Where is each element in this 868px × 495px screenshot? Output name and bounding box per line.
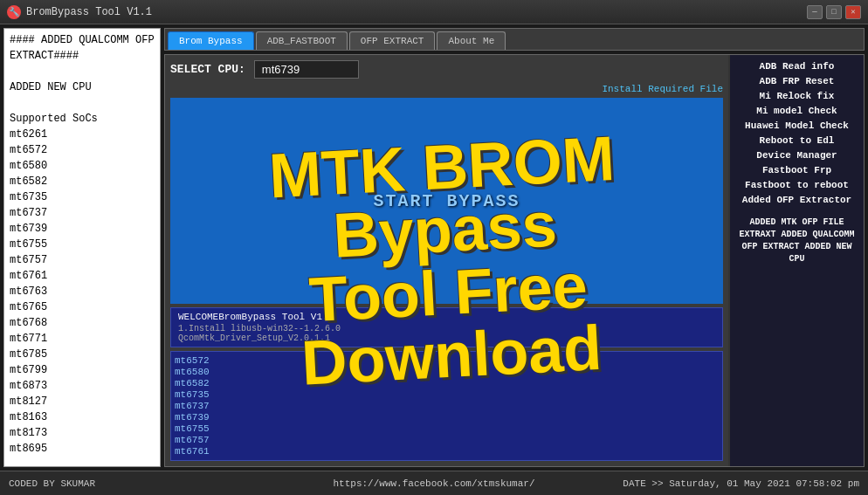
info-box: WELCOMEBromBypass Tool V1.1 1.Install li… <box>170 307 723 347</box>
title-text: BromBypass Tool V1.1 <box>26 6 152 18</box>
bypass-area: START BYPASS <box>170 98 723 304</box>
cpu-select-label: SELECT CPU: <box>170 63 245 76</box>
sidebar-notes: ADDED MTK OFP FILE EXTRAXT ADDED QUALCOM… <box>735 217 858 265</box>
tab-adb-fastboot[interactable]: ADB_FASTBOOT <box>256 31 348 50</box>
fastboot-to-reboot-button[interactable]: Fastboot to reboot <box>735 179 858 191</box>
cpu-input[interactable] <box>254 60 359 79</box>
start-bypass-button[interactable]: START BYPASS <box>373 191 520 211</box>
cpu-list-item: mt6755 <box>175 423 719 434</box>
status-center: https://www.facebook.com/xtmskumar/ <box>293 478 576 489</box>
huawei-model-check-button[interactable]: Huawei Model Check <box>735 120 858 132</box>
cpu-list-item: mt6737 <box>175 401 719 411</box>
window-controls: — □ ✕ <box>807 5 861 19</box>
info-box-title: WELCOMEBromBypass Tool V1.1 <box>178 312 715 322</box>
status-right: DATE >> Saturday, 01 May 2021 07:58:02 p… <box>575 478 859 489</box>
info-box-driver: QcomMtk_Driver_Setup_V2.0.1.1 <box>178 333 715 343</box>
close-button[interactable]: ✕ <box>845 5 861 19</box>
title-bar-left: 🔧 BromBypass Tool V1.1 <box>7 5 152 19</box>
cpu-list-item: mt6757 <box>175 435 719 445</box>
cpu-list-item: mt6739 <box>175 412 719 423</box>
cpu-list-item: mt6761 <box>175 446 719 457</box>
adb-read-info-button[interactable]: ADB Read info <box>735 60 858 72</box>
title-bar: 🔧 BromBypass Tool V1.1 — □ ✕ <box>0 0 868 24</box>
tabs-row: Brom Bypass ADB_FASTBOOT OFP EXTRACT Abo… <box>164 28 865 51</box>
tab-about-me[interactable]: About Me <box>437 31 506 50</box>
content-area: SELECT CPU: Install Required File START … <box>164 54 865 467</box>
device-manager-button[interactable]: Device Manager <box>735 149 858 162</box>
right-sidebar: ADB Read info ADB FRP Reset Mi Relock fi… <box>728 55 864 466</box>
cpu-list-item: mt6572 <box>175 355 719 366</box>
left-panel-scroll[interactable]: #### ADDED QUALCOMM OFP EXTRACT#### ADDE… <box>4 29 160 466</box>
cpu-list-item: mt6580 <box>175 367 719 377</box>
tab-ofp-extract[interactable]: OFP EXTRACT <box>349 31 436 50</box>
maximize-button[interactable]: □ <box>826 5 842 19</box>
mi-relock-fix-button[interactable]: Mi Relock fix <box>735 90 858 102</box>
left-panel-text: #### ADDED QUALCOMM OFP EXTRACT#### ADDE… <box>10 32 155 457</box>
main-content: #### ADDED QUALCOMM OFP EXTRACT#### ADDE… <box>0 24 868 471</box>
app-icon: 🔧 <box>7 5 21 19</box>
center-panel: SELECT CPU: Install Required File START … <box>165 55 728 466</box>
cpu-list-item: mt6582 <box>175 378 719 388</box>
status-bar: CODED BY SKUMAR https://www.facebook.com… <box>0 471 868 495</box>
sidebar-divider <box>735 209 858 214</box>
status-left: CODED BY SKUMAR <box>9 478 293 489</box>
info-box-step1: 1.Install libusb-win32--1.2.6.0 <box>178 324 715 333</box>
adb-frp-reset-button[interactable]: ADB FRP Reset <box>735 75 858 87</box>
install-required-link[interactable]: Install Required File <box>170 84 723 94</box>
cpu-row: SELECT CPU: <box>170 60 723 79</box>
cpu-list-item: mt6735 <box>175 389 719 400</box>
reboot-to-edl-button[interactable]: Reboot to Edl <box>735 134 858 147</box>
added-ofp-extractor-button[interactable]: Added OFP Extractor <box>735 194 858 206</box>
tab-brom-bypass[interactable]: Brom Bypass <box>168 31 254 50</box>
left-panel: #### ADDED QUALCOMM OFP EXTRACT#### ADDE… <box>3 28 161 467</box>
minimize-button[interactable]: — <box>807 5 823 19</box>
right-panel: Brom Bypass ADB_FASTBOOT OFP EXTRACT Abo… <box>164 28 865 467</box>
mi-model-check-button[interactable]: Mi model Check <box>735 105 858 117</box>
fastboot-frp-button[interactable]: Fastboot Frp <box>735 164 858 176</box>
cpu-list-small: mt6572 mt6580 mt6582 mt6735 mt6737 mt673… <box>170 351 723 461</box>
